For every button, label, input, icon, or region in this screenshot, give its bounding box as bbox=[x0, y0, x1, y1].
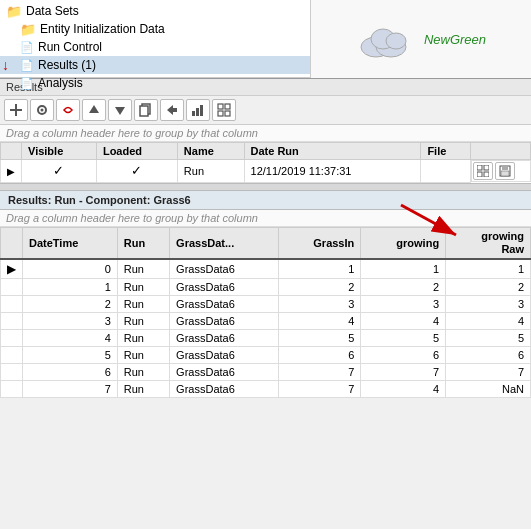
visible-cell[interactable]: ✓ bbox=[22, 160, 97, 183]
svg-rect-15 bbox=[200, 105, 203, 116]
grassin-cell: 3 bbox=[279, 295, 361, 312]
table-row[interactable]: 3RunGrassData6444 bbox=[1, 312, 531, 329]
tree-item-analysis[interactable]: 📄 Analysis bbox=[0, 74, 310, 92]
red-arrow-icon bbox=[391, 200, 471, 240]
run-cell: Run bbox=[117, 259, 169, 279]
down-arrow-icon: ↓ bbox=[2, 57, 9, 73]
grassin-cell: 2 bbox=[279, 278, 361, 295]
tree-item-entity-init[interactable]: 📁 Entity Initialization Data bbox=[0, 20, 310, 38]
col-header-arrow bbox=[1, 143, 22, 160]
svg-rect-23 bbox=[484, 172, 489, 177]
table-row[interactable]: 2RunGrassData6333 bbox=[1, 295, 531, 312]
grassdat-cell: GrassData6 bbox=[170, 363, 279, 380]
table-row[interactable]: 5RunGrassData6666 bbox=[1, 346, 531, 363]
chart-button[interactable] bbox=[186, 99, 210, 121]
tree-label-datasets: Data Sets bbox=[26, 4, 79, 18]
grassdat-cell: GrassData6 bbox=[170, 380, 279, 397]
row-arrow-icon: ▶ bbox=[7, 166, 15, 177]
up-button[interactable] bbox=[82, 99, 106, 121]
growing-cell: 6 bbox=[361, 346, 446, 363]
toolbar bbox=[0, 96, 531, 125]
dt-cell: 3 bbox=[23, 312, 118, 329]
folder-icon-entity: 📁 bbox=[20, 22, 36, 37]
svg-point-3 bbox=[386, 33, 406, 49]
row-arrow-cell bbox=[1, 380, 23, 397]
add-button[interactable] bbox=[4, 99, 28, 121]
down-button[interactable] bbox=[108, 99, 132, 121]
growing-raw-cell: 2 bbox=[446, 278, 531, 295]
growing-cell: 3 bbox=[361, 295, 446, 312]
run-cell: Run bbox=[117, 312, 169, 329]
growing-cell: 2 bbox=[361, 278, 446, 295]
row-arrow-cell bbox=[1, 312, 23, 329]
table-row[interactable]: 1RunGrassData6222 bbox=[1, 278, 531, 295]
tree-item-datasets[interactable]: 📁 Data Sets bbox=[0, 2, 310, 20]
row-arrow-icon: ▶ bbox=[7, 262, 16, 276]
grassdat-cell: GrassData6 bbox=[170, 312, 279, 329]
svg-marker-8 bbox=[89, 105, 99, 113]
main-container: 📁 Data Sets 📁 Entity Initialization Data… bbox=[0, 0, 531, 529]
new-green-label: NewGreen bbox=[424, 32, 486, 47]
run-cell: Run bbox=[117, 380, 169, 397]
col-header-visible[interactable]: Visible bbox=[22, 143, 97, 160]
growing-cell: 4 bbox=[361, 312, 446, 329]
table-row[interactable]: ▶0RunGrassData6111 bbox=[1, 259, 531, 279]
bottom-col-grassin[interactable]: GrassIn bbox=[279, 227, 361, 259]
table-row[interactable]: 4RunGrassData6555 bbox=[1, 329, 531, 346]
cloud-icon bbox=[356, 19, 416, 59]
col-header-daterun[interactable]: Date Run bbox=[244, 143, 421, 160]
run-cell: Run bbox=[117, 346, 169, 363]
bottom-col-datetime[interactable]: DateTime bbox=[23, 227, 118, 259]
section-divider bbox=[0, 183, 531, 191]
name-cell[interactable]: Run bbox=[177, 160, 244, 183]
col-header-loaded[interactable]: Loaded bbox=[96, 143, 177, 160]
view-button[interactable] bbox=[30, 99, 54, 121]
growing-cell: 5 bbox=[361, 329, 446, 346]
row-save-btn[interactable] bbox=[495, 162, 515, 180]
grassin-cell: 7 bbox=[279, 363, 361, 380]
tree-item-run-control[interactable]: 📄 Run Control bbox=[0, 38, 310, 56]
growing-cell: 4 bbox=[361, 380, 446, 397]
link-button[interactable] bbox=[56, 99, 80, 121]
grassdat-cell: GrassData6 bbox=[170, 329, 279, 346]
group-hint-top: Drag a column header here to group by th… bbox=[0, 125, 531, 142]
bottom-table-wrapper[interactable]: DateTime Run GrassDat... GrassIn growing… bbox=[0, 227, 531, 398]
folder-icon: 📁 bbox=[6, 4, 22, 19]
svg-rect-26 bbox=[501, 171, 509, 176]
row-arrow-cell bbox=[1, 295, 23, 312]
tree-item-results[interactable]: ↓ 📄 Results (1) bbox=[0, 56, 310, 74]
growing-cell: 7 bbox=[361, 363, 446, 380]
col-header-file[interactable]: File bbox=[421, 143, 471, 160]
growing-raw-cell: 3 bbox=[446, 295, 531, 312]
bottom-col-grassdat[interactable]: GrassDat... bbox=[170, 227, 279, 259]
back-button[interactable] bbox=[160, 99, 184, 121]
dt-cell: 0 bbox=[23, 259, 118, 279]
bottom-col-run[interactable]: Run bbox=[117, 227, 169, 259]
svg-marker-9 bbox=[115, 107, 125, 115]
loaded-cell[interactable]: ✓ bbox=[96, 160, 177, 183]
growing-raw-cell: 1 bbox=[446, 259, 531, 279]
row-arrow-cell bbox=[1, 363, 23, 380]
grassin-cell: 4 bbox=[279, 312, 361, 329]
bottom-col-arrow bbox=[1, 227, 23, 259]
dt-cell: 2 bbox=[23, 295, 118, 312]
grassin-cell: 6 bbox=[279, 346, 361, 363]
tree-label-results: Results (1) bbox=[38, 58, 96, 72]
run-cell: Run bbox=[117, 363, 169, 380]
row-arrow-cell: ▶ bbox=[1, 160, 22, 183]
row-grid-btn[interactable] bbox=[473, 162, 493, 180]
col-header-name[interactable]: Name bbox=[177, 143, 244, 160]
grassdat-cell: GrassData6 bbox=[170, 278, 279, 295]
svg-rect-21 bbox=[484, 165, 489, 170]
dt-cell: 4 bbox=[23, 329, 118, 346]
table-row[interactable]: ▶ ✓ ✓ Run 12/11/2019 11:37:31 bbox=[1, 160, 531, 183]
row-arrow-cell: ▶ bbox=[1, 259, 23, 279]
grid-button[interactable] bbox=[212, 99, 236, 121]
svg-rect-25 bbox=[502, 166, 508, 170]
svg-rect-22 bbox=[477, 172, 482, 177]
doc-icon-results: 📄 bbox=[20, 59, 34, 72]
file-cell bbox=[421, 160, 471, 183]
table-row[interactable]: 7RunGrassData674NaN bbox=[1, 380, 531, 397]
table-row[interactable]: 6RunGrassData6777 bbox=[1, 363, 531, 380]
copy-button[interactable] bbox=[134, 99, 158, 121]
